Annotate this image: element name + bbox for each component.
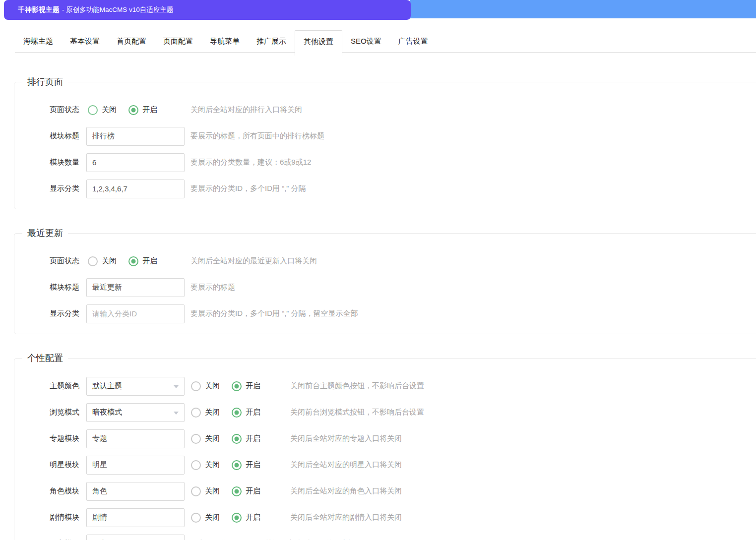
recent-show-categories-input[interactable] bbox=[86, 304, 185, 323]
form-row-page-status: 页面状态 关闭 开启 关闭后全站对应的最近更新入口将关闭 bbox=[14, 248, 756, 274]
browse-mode-select[interactable]: 暗夜模式 bbox=[86, 403, 185, 422]
tab-snail-theme[interactable]: 海螺主题 bbox=[15, 30, 62, 52]
radio-circle-icon bbox=[191, 513, 201, 523]
select-value: 暗夜模式 bbox=[92, 408, 122, 417]
radio-option-on[interactable]: 开启 bbox=[232, 460, 260, 470]
radio-circle-icon bbox=[191, 408, 201, 418]
page-status-radio-group: 关闭 开启 bbox=[86, 105, 185, 115]
radio-circle-checked-icon bbox=[128, 256, 138, 266]
ranking-show-categories-input[interactable] bbox=[86, 180, 185, 198]
form-row-role-module: 角色模块 关闭 开启 关闭后全站对应的角色入口将关闭 bbox=[14, 478, 756, 504]
theme-color-select[interactable]: 默认主题 bbox=[86, 377, 185, 396]
radio-option-off[interactable]: 关闭 bbox=[191, 486, 220, 496]
radio-option-off[interactable]: 关闭 bbox=[88, 105, 117, 115]
field-label: 模块标题 bbox=[14, 283, 79, 292]
role-module-input[interactable] bbox=[86, 482, 185, 501]
field-label: 角色模块 bbox=[14, 486, 79, 496]
tab-page-config[interactable]: 页面配置 bbox=[155, 30, 201, 52]
radio-circle-checked-icon bbox=[128, 105, 138, 115]
tab-nav-menu[interactable]: 导航菜单 bbox=[201, 30, 248, 52]
tab-basic-settings[interactable]: 基本设置 bbox=[62, 30, 108, 52]
recent-module-title-input[interactable] bbox=[86, 278, 185, 297]
section-legend: 排行页面 bbox=[22, 76, 68, 88]
form-row-star-module: 明星模块 关闭 开启 关闭后全站对应的明星入口将关闭 bbox=[14, 452, 756, 478]
radio-option-on[interactable]: 开启 bbox=[128, 256, 157, 266]
help-text: 关闭前台主题颜色按钮，不影响后台设置 bbox=[290, 381, 424, 391]
help-text: 关闭后全站对应的最近更新入口将关闭 bbox=[190, 256, 317, 266]
topic-module-radio-group: 关闭 开启 bbox=[191, 434, 284, 444]
radio-circle-checked-icon bbox=[232, 381, 242, 391]
radio-circle-icon bbox=[191, 460, 201, 470]
field-label: 模块数量 bbox=[14, 158, 79, 167]
role-module-radio-group: 关闭 开启 bbox=[191, 486, 284, 496]
plot-module-radio-group: 关闭 开启 bbox=[191, 513, 284, 523]
section-legend: 个性配置 bbox=[22, 352, 68, 364]
radio-option-off[interactable]: 关闭 bbox=[191, 460, 220, 470]
radio-label: 开启 bbox=[246, 460, 260, 470]
radio-circle-icon bbox=[191, 434, 201, 444]
help-text: 要展示的分类数量，建议：6或9或12 bbox=[190, 158, 311, 167]
field-label: 主题颜色 bbox=[14, 381, 79, 391]
radio-option-on[interactable]: 开启 bbox=[128, 105, 157, 115]
tab-homepage-config[interactable]: 首页配置 bbox=[108, 30, 155, 52]
radio-option-on[interactable]: 开启 bbox=[232, 408, 260, 418]
plot-module-input[interactable] bbox=[86, 508, 185, 527]
tab-promotion-display[interactable]: 推广展示 bbox=[248, 30, 295, 52]
radio-label: 关闭 bbox=[205, 486, 220, 496]
radio-option-on[interactable]: 开启 bbox=[232, 381, 260, 391]
form-row-module-count: 模块数量 要展示的分类数量，建议：6或9或12 bbox=[14, 149, 756, 176]
ranking-module-title-input[interactable] bbox=[86, 127, 185, 146]
radio-label: 开启 bbox=[246, 513, 260, 522]
form-row-message-module: 留言模块 留言展示的标题，如需关闭留言请到CMS的留言设置 bbox=[14, 531, 756, 540]
radio-option-off[interactable]: 关闭 bbox=[191, 434, 220, 444]
tab-ad-settings[interactable]: 广告设置 bbox=[390, 30, 437, 52]
help-text: 关闭后全站对应的排行入口将关闭 bbox=[190, 105, 302, 115]
radio-label: 关闭 bbox=[205, 434, 220, 443]
settings-tab-bar: 海螺主题 基本设置 首页配置 页面配置 导航菜单 推广展示 其他设置 SEO设置… bbox=[15, 30, 756, 53]
star-module-radio-group: 关闭 开启 bbox=[191, 460, 284, 470]
field-label: 显示分类 bbox=[14, 184, 79, 193]
radio-label: 关闭 bbox=[102, 256, 117, 266]
radio-label: 关闭 bbox=[205, 460, 220, 470]
form-row-topic-module: 专题模块 关闭 开启 关闭后全站对应的专题入口将关闭 bbox=[14, 425, 756, 452]
radio-circle-icon bbox=[191, 486, 201, 496]
radio-circle-checked-icon bbox=[232, 486, 242, 496]
radio-circle-icon bbox=[88, 105, 98, 115]
topic-module-input[interactable] bbox=[86, 429, 185, 448]
radio-label: 开启 bbox=[142, 105, 157, 115]
radio-circle-checked-icon bbox=[232, 460, 242, 470]
radio-option-on[interactable]: 开启 bbox=[232, 513, 260, 523]
radio-label: 开启 bbox=[246, 434, 260, 443]
radio-label: 关闭 bbox=[205, 381, 220, 391]
ranking-module-count-input[interactable] bbox=[86, 153, 185, 172]
radio-label: 关闭 bbox=[205, 513, 220, 522]
form-row-show-categories: 显示分类 要展示的分类ID，多个ID用 “,” 分隔，留空显示全部 bbox=[14, 300, 756, 327]
app-header: 千神影视主题 - 原创多功能MacCMS v10自适应主题 bbox=[4, 0, 411, 20]
radio-option-off[interactable]: 关闭 bbox=[191, 381, 220, 391]
radio-label: 开启 bbox=[142, 256, 157, 266]
radio-label: 关闭 bbox=[102, 105, 117, 115]
tab-seo-settings[interactable]: SEO设置 bbox=[342, 30, 390, 52]
form-row-show-categories: 显示分类 要展示的分类ID，多个ID用 “,” 分隔 bbox=[14, 176, 756, 202]
select-value: 默认主题 bbox=[92, 381, 122, 391]
help-text: 关闭后全站对应的剧情入口将关闭 bbox=[290, 513, 402, 522]
radio-option-on[interactable]: 开启 bbox=[232, 486, 260, 496]
field-label: 剧情模块 bbox=[14, 513, 79, 522]
help-text: 要展示的标题，所有页面中的排行榜标题 bbox=[190, 131, 324, 141]
form-row-page-status: 页面状态 关闭 开启 关闭后全站对应的排行入口将关闭 bbox=[14, 97, 756, 123]
radio-option-off[interactable]: 关闭 bbox=[191, 513, 220, 523]
radio-circle-icon bbox=[88, 256, 98, 266]
tab-other-settings[interactable]: 其他设置 bbox=[295, 30, 342, 56]
help-text: 要展示的分类ID，多个ID用 “,” 分隔 bbox=[190, 184, 306, 193]
theme-color-radio-group: 关闭 开启 bbox=[191, 381, 284, 391]
message-module-input[interactable] bbox=[86, 535, 185, 540]
radio-option-off[interactable]: 关闭 bbox=[191, 408, 220, 418]
star-module-input[interactable] bbox=[86, 456, 185, 475]
radio-option-on[interactable]: 开启 bbox=[232, 434, 260, 444]
radio-circle-icon bbox=[191, 381, 201, 391]
help-text: 要展示的标题 bbox=[190, 283, 235, 292]
field-label: 显示分类 bbox=[14, 309, 79, 318]
section-recent-updates: 最近更新 页面状态 关闭 开启 关闭后全站对应的最近更新入口将关闭 模块标题 要… bbox=[14, 227, 756, 334]
form-row-browse-mode: 浏览模式 暗夜模式 关闭 开启 关闭前台浏览模式按钮，不影响后台设置 bbox=[14, 399, 756, 425]
radio-option-off[interactable]: 关闭 bbox=[88, 256, 117, 266]
